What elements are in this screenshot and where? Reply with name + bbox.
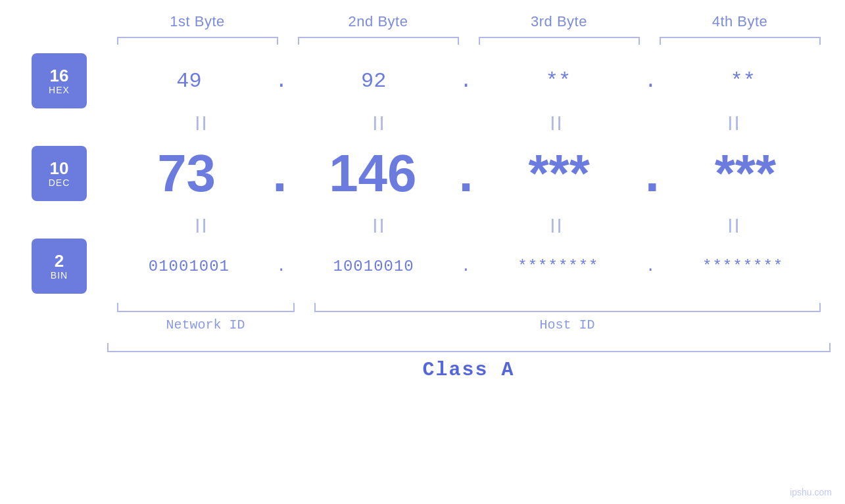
hex-val2: 92: [291, 69, 456, 93]
bin-badge: 2 BIN: [32, 239, 87, 294]
bottom-area: Network ID Host ID: [107, 299, 831, 332]
hex-row: 16 HEX 49 . 92 . ** . **: [0, 51, 845, 110]
class-label: Class A: [107, 359, 831, 381]
eq3: ||: [482, 114, 633, 131]
equals-row-1: || || || ||: [107, 110, 831, 134]
eq6: ||: [304, 216, 456, 233]
bin-val4: ********: [660, 258, 825, 275]
eq8: ||: [660, 216, 811, 233]
equals-row-2: || || || ||: [107, 213, 831, 237]
hex-val4: **: [660, 69, 825, 93]
hex-badge: 16 HEX: [32, 53, 87, 108]
dec-badge-num: 10: [50, 159, 69, 178]
dec-badge-label: DEC: [49, 177, 70, 188]
bracket-2: [298, 37, 459, 45]
eq1: ||: [127, 114, 278, 131]
bin-val1: 01001001: [107, 258, 272, 275]
main-container: 1st Byte 2nd Byte 3rd Byte 4th Byte 16 H…: [0, 0, 845, 504]
top-brackets: [107, 37, 831, 45]
header-byte4: 4th Byte: [650, 13, 831, 30]
bin-val2: 10010010: [291, 258, 456, 275]
header-byte3: 3rd Byte: [469, 13, 650, 30]
id-labels: Network ID Host ID: [107, 317, 831, 332]
bin-badge-label: BIN: [51, 270, 68, 281]
hex-dot3: .: [640, 69, 660, 93]
class-area: Class A: [107, 343, 831, 381]
bottom-brackets: [107, 299, 831, 312]
bracket-4: [660, 37, 821, 45]
eq4: ||: [660, 114, 811, 131]
hex-val1: 49: [107, 69, 272, 93]
hex-dot2: .: [456, 69, 476, 93]
dec-row: 10 DEC 73 . 146 . *** . ***: [0, 134, 845, 213]
bin-dot1: .: [272, 258, 291, 275]
dec-val4: ***: [665, 143, 825, 204]
header-byte1: 1st Byte: [107, 13, 288, 30]
hex-badge-num: 16: [50, 66, 69, 85]
dec-val2: 146: [293, 143, 452, 204]
network-id-label: Network ID: [117, 317, 295, 332]
host-bracket: [314, 303, 821, 312]
header-byte2: 2nd Byte: [288, 13, 469, 30]
hex-values: 49 . 92 . ** . **: [87, 69, 845, 93]
dec-values: 73 . 146 . *** . ***: [87, 143, 845, 204]
bin-dot2: .: [456, 258, 476, 275]
bracket-3: [479, 37, 640, 45]
host-id-label: Host ID: [314, 317, 821, 332]
dec-val1: 73: [107, 143, 266, 204]
bin-dot3: .: [640, 258, 660, 275]
byte-headers: 1st Byte 2nd Byte 3rd Byte 4th Byte: [107, 13, 831, 30]
hex-val3: **: [476, 69, 641, 93]
eq2: ||: [304, 114, 456, 131]
bracket-1: [117, 37, 278, 45]
dec-dot3: .: [639, 143, 665, 204]
eq7: ||: [482, 216, 633, 233]
dec-dot1: .: [266, 143, 293, 204]
network-bracket: [117, 303, 295, 312]
watermark: ipshu.com: [790, 487, 832, 497]
bin-badge-num: 2: [55, 252, 64, 271]
hex-dot1: .: [272, 69, 291, 93]
bin-val3: ********: [476, 258, 641, 275]
bin-values: 01001001 . 10010010 . ******** . *******…: [87, 258, 845, 275]
dec-dot2: .: [453, 143, 479, 204]
dec-badge: 10 DEC: [32, 146, 87, 201]
bin-row: 2 BIN 01001001 . 10010010 . ******** . *…: [0, 237, 845, 296]
class-bracket: [107, 343, 831, 352]
hex-badge-label: HEX: [49, 85, 70, 95]
eq5: ||: [127, 216, 278, 233]
dec-val3: ***: [479, 143, 639, 204]
